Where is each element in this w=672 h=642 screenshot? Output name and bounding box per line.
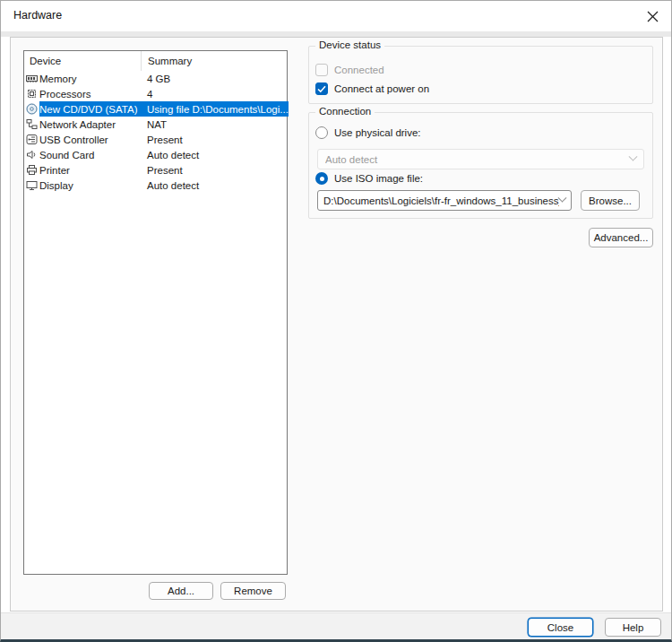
iso-path-value: D:\Documents\Logiciels\fr-fr_windows_11_… xyxy=(323,195,559,206)
processor-icon xyxy=(24,88,39,100)
device-list-header: Device Summary xyxy=(24,51,287,71)
device-row-cd-dvd[interactable]: New CD/DVD (SATA) Using file D:\Document… xyxy=(24,101,287,117)
printer-icon xyxy=(24,164,39,176)
device-summary: 4 xyxy=(142,89,287,100)
memory-icon xyxy=(24,73,39,84)
checkbox-checked-icon xyxy=(315,82,328,95)
add-button[interactable]: Add... xyxy=(149,582,213,600)
hardware-dialog: Hardware Device Summary Memory 4 GB xyxy=(0,0,672,642)
connect-at-power-on-checkbox[interactable]: Connect at power on xyxy=(315,82,429,95)
device-name: Memory xyxy=(39,74,142,84)
device-summary: Present xyxy=(142,165,287,176)
connect-at-power-on-label: Connect at power on xyxy=(334,83,429,94)
device-summary: Present xyxy=(142,134,287,145)
device-summary: NAT xyxy=(142,119,287,130)
device-name: Display xyxy=(39,180,142,191)
device-summary: 4 GB xyxy=(142,74,287,84)
device-summary: Auto detect xyxy=(142,150,287,160)
device-name: Sound Card xyxy=(39,150,142,160)
device-row-network[interactable]: Network Adapter NAT xyxy=(24,117,287,132)
device-name: New CD/DVD (SATA) xyxy=(39,104,142,115)
device-summary: Using file D:\Documents\Logi... xyxy=(142,104,289,115)
device-name: Network Adapter xyxy=(39,119,142,130)
checkbox-unchecked-icon xyxy=(315,64,328,76)
device-name: Printer xyxy=(39,165,142,176)
device-name: USB Controller xyxy=(39,134,142,145)
device-row-printer[interactable]: Printer Present xyxy=(24,162,287,178)
column-header-device[interactable]: Device xyxy=(24,56,141,66)
connection-title: Connection xyxy=(315,106,375,117)
remove-button[interactable]: Remove xyxy=(220,582,286,600)
connected-label: Connected xyxy=(334,65,384,75)
browse-button[interactable]: Browse... xyxy=(581,190,640,211)
advanced-button[interactable]: Advanced... xyxy=(589,228,653,247)
chevron-down-icon xyxy=(558,194,567,203)
use-iso-image-label: Use ISO image file: xyxy=(334,173,423,184)
chevron-down-icon xyxy=(629,152,638,161)
device-name: Processors xyxy=(39,89,142,100)
device-summary: Auto detect xyxy=(142,180,287,191)
iso-path-combobox[interactable]: D:\Documents\Logiciels\fr-fr_windows_11_… xyxy=(317,190,572,211)
use-iso-image-radio[interactable]: Use ISO image file: xyxy=(315,172,423,185)
network-icon xyxy=(24,118,39,130)
cd-icon xyxy=(24,103,39,115)
close-icon[interactable] xyxy=(637,3,668,30)
close-button[interactable]: Close xyxy=(528,618,593,637)
close-x-glyph xyxy=(647,11,659,22)
radio-unselected-icon xyxy=(315,126,328,139)
usb-icon xyxy=(24,134,39,145)
device-row-processors[interactable]: Processors 4 xyxy=(24,86,287,101)
use-physical-drive-radio[interactable]: Use physical drive: xyxy=(315,126,421,139)
display-icon xyxy=(24,179,39,191)
sound-icon xyxy=(24,149,39,160)
device-row-usb[interactable]: USB Controller Present xyxy=(24,132,287,147)
connected-checkbox[interactable]: Connected xyxy=(315,64,384,76)
dialog-title: Hardware xyxy=(13,9,62,22)
device-row-sound[interactable]: Sound Card Auto detect xyxy=(24,147,287,162)
radio-selected-icon xyxy=(315,172,328,185)
use-physical-drive-label: Use physical drive: xyxy=(334,127,421,138)
physical-drive-value: Auto detect xyxy=(325,154,630,165)
help-button[interactable]: Help xyxy=(605,618,661,637)
column-header-summary[interactable]: Summary xyxy=(141,51,287,71)
titlebar: Hardware xyxy=(1,1,671,31)
device-row-display[interactable]: Display Auto detect xyxy=(24,178,287,193)
device-list[interactable]: Device Summary Memory 4 GB Processors 4 xyxy=(23,50,288,575)
device-status-title: Device status xyxy=(315,39,384,50)
device-row-memory[interactable]: Memory 4 GB xyxy=(24,71,287,86)
physical-drive-select[interactable]: Auto detect xyxy=(317,149,644,169)
